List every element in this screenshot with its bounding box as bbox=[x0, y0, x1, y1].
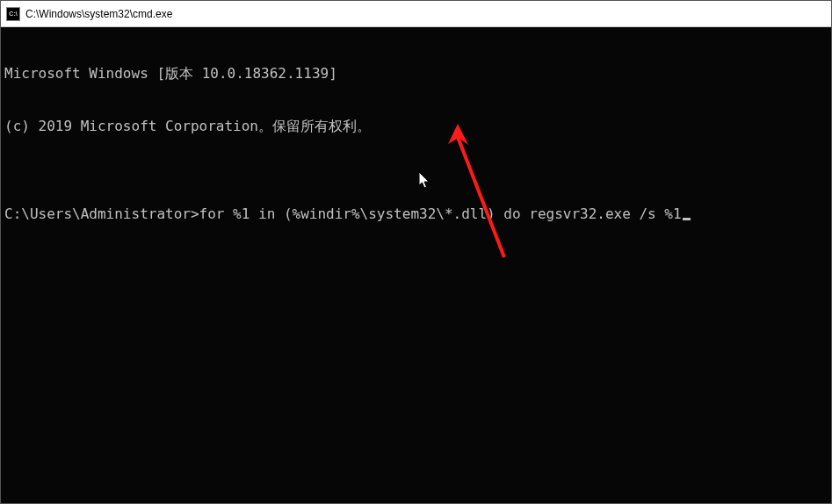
terminal-line-copyright: (c) 2019 Microsoft Corporation。保留所有权利。 bbox=[4, 118, 828, 135]
cmd-window: C:\ C:\Windows\system32\cmd.exe Microsof… bbox=[0, 0, 832, 504]
window-title: C:\Windows\system32\cmd.exe bbox=[25, 8, 172, 20]
command-text: for %1 in (%windir%\system32\*.dll) do r… bbox=[199, 205, 682, 222]
red-arrow-annotation bbox=[447, 121, 526, 270]
prompt-text: C:\Users\Administrator> bbox=[4, 205, 199, 222]
terminal-line-version: Microsoft Windows [版本 10.0.18362.1139] bbox=[4, 65, 828, 83]
terminal-prompt-line: C:\Users\Administrator>for %1 in (%windi… bbox=[4, 205, 828, 223]
mouse-pointer-icon bbox=[419, 172, 431, 190]
text-cursor bbox=[683, 218, 691, 220]
svg-line-1 bbox=[458, 137, 504, 257]
terminal-area[interactable]: Microsoft Windows [版本 10.0.18362.1139] (… bbox=[1, 27, 831, 503]
cmd-icon: C:\ bbox=[6, 7, 20, 21]
titlebar[interactable]: C:\ C:\Windows\system32\cmd.exe bbox=[1, 1, 831, 27]
